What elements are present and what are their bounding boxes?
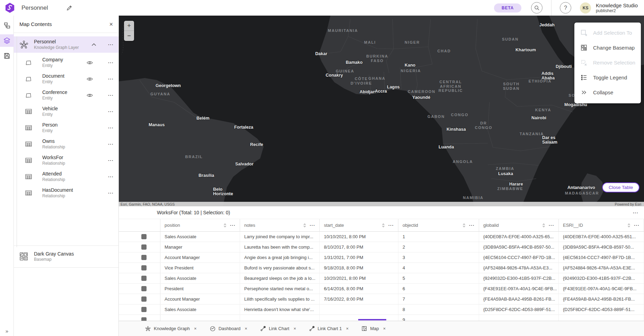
close-tab-icon[interactable]: × xyxy=(293,326,296,331)
row-checkbox[interactable] xyxy=(141,307,147,312)
zoom-in-button[interactable]: + xyxy=(124,21,134,31)
close-table-button[interactable]: Close Table xyxy=(602,182,639,192)
column-menu-icon[interactable]: ··· xyxy=(469,223,475,228)
map-label: MADAGASCAR xyxy=(565,191,599,195)
column-menu-icon[interactable]: ··· xyxy=(549,223,554,228)
table-row[interactable]: Account Manager Angie does a great job b… xyxy=(119,252,644,263)
table-row[interactable]: Manager Lauretta has been with the comp.… xyxy=(119,242,644,252)
help-button[interactable]: ? xyxy=(560,2,571,14)
polygon-entity-icon xyxy=(25,60,34,66)
visibility-eye-icon[interactable] xyxy=(87,93,94,97)
layer-options-icon[interactable]: ··· xyxy=(108,141,114,147)
cell-esri-id xyxy=(559,315,644,321)
layer-item-conference[interactable]: Conference Entity ··· xyxy=(14,87,118,103)
layer-options-icon[interactable]: ··· xyxy=(108,190,114,196)
layer-options-icon[interactable]: ··· xyxy=(108,109,114,114)
table-row[interactable]: Sales Associate Larry joined the company… xyxy=(119,232,644,242)
row-checkbox[interactable] xyxy=(141,276,147,281)
table-row[interactable]: Sales Associate Henrietta doesn't know w… xyxy=(119,304,644,315)
row-checkbox[interactable] xyxy=(141,317,147,321)
row-checkbox[interactable] xyxy=(141,286,147,291)
row-checkbox[interactable] xyxy=(141,234,147,239)
layer-options-icon[interactable]: ··· xyxy=(108,42,114,47)
layers-button[interactable] xyxy=(0,34,14,47)
expand-rail-button[interactable]: » xyxy=(0,328,14,334)
save-button[interactable] xyxy=(0,50,14,62)
row-checkbox[interactable] xyxy=(141,244,147,250)
column-header-globalid[interactable]: globalid ··· xyxy=(479,219,559,231)
column-header-position[interactable]: position ··· xyxy=(160,219,240,231)
zoom-out-button[interactable]: − xyxy=(124,31,134,41)
table-row[interactable]: President Persephone started new metal o… xyxy=(119,284,644,294)
tab-map[interactable]: Map × xyxy=(360,321,387,336)
sort-icon[interactable] xyxy=(223,223,227,227)
menu-item-toggle-legend[interactable]: Toggle Legend xyxy=(574,70,641,85)
layer-item-vehicle[interactable]: Vehicle Entity ··· xyxy=(14,103,118,120)
layer-item-personnel[interactable]: Personnel Knowledge Graph Layer ··· xyxy=(14,36,118,53)
column-menu-icon[interactable]: ··· xyxy=(634,223,639,228)
work-area: GUYANABRAZILMAURITANIAMALINIGERCHADSUDAN… xyxy=(119,16,644,336)
layer-item-person[interactable]: Person Entity ··· xyxy=(14,120,118,136)
search-button[interactable] xyxy=(531,2,542,14)
close-tab-icon[interactable]: × xyxy=(245,326,247,331)
close-tab-icon[interactable]: × xyxy=(383,326,386,331)
close-tab-icon[interactable]: × xyxy=(194,326,197,331)
table-row[interactable]: Vice President Buford is very passionate… xyxy=(119,263,644,273)
layer-options-icon[interactable]: ··· xyxy=(108,93,114,98)
layer-item-attended[interactable]: Attended Relationship ··· xyxy=(14,169,118,185)
table-row[interactable]: Account Manager Lilith specifically sell… xyxy=(119,294,644,304)
chevron-up-icon[interactable] xyxy=(91,43,96,46)
toggle-legend-icon xyxy=(581,74,588,81)
table-row[interactable]: Sales Associate Beauregard sleeps on the… xyxy=(119,273,644,284)
map-canvas[interactable]: GUYANABRAZILMAURITANIAMALINIGERCHADSUDAN… xyxy=(119,16,644,206)
map-label: ANGOLA xyxy=(453,160,473,164)
layer-item-owns[interactable]: Owns Relationship ··· xyxy=(14,136,118,152)
tab-knowledge-graph[interactable]: Knowledge Graph × xyxy=(144,321,198,336)
sort-icon[interactable] xyxy=(542,223,545,227)
sort-icon[interactable] xyxy=(462,223,466,227)
close-tab-icon[interactable]: × xyxy=(346,326,349,331)
visibility-eye-icon[interactable] xyxy=(87,77,94,81)
close-panel-button[interactable]: × xyxy=(109,21,113,27)
column-menu-icon[interactable]: ··· xyxy=(310,223,315,228)
basemap-item[interactable]: Dark Gray Canvas Basemap xyxy=(14,245,118,268)
map-view: GUYANABRAZILMAURITANIAMALINIGERCHADSUDAN… xyxy=(119,16,644,206)
column-header-start_date[interactable]: start_date ··· xyxy=(320,219,398,231)
cell-position: Vice President xyxy=(160,263,240,273)
sort-icon[interactable] xyxy=(303,223,306,227)
column-menu-icon[interactable]: ··· xyxy=(388,223,394,228)
tab-link-chart[interactable]: Link Chart × xyxy=(259,321,298,336)
layer-options-icon[interactable]: ··· xyxy=(108,125,114,130)
table-options-icon[interactable]: ··· xyxy=(633,210,638,215)
layer-options-icon[interactable]: ··· xyxy=(108,76,114,81)
layer-options-icon[interactable]: ··· xyxy=(108,60,114,65)
column-header-objectid[interactable]: objectid ··· xyxy=(398,219,479,231)
sort-icon[interactable] xyxy=(627,223,630,227)
tab-link-chart-1[interactable]: Link Chart 1 × xyxy=(308,321,350,336)
menu-item-collapse[interactable]: Collapse xyxy=(574,85,641,100)
row-checkbox[interactable] xyxy=(141,255,147,260)
layer-item-hasdocument[interactable]: HasDocument Relationship ··· xyxy=(14,185,118,201)
brand-name: Knowledge Studio xyxy=(596,2,638,8)
row-checkbox[interactable] xyxy=(141,265,147,270)
layer-options-icon[interactable]: ··· xyxy=(108,158,114,163)
column-menu-icon[interactable]: ··· xyxy=(230,223,236,228)
user-avatar[interactable]: KS xyxy=(580,2,591,14)
user-name: publisher2 xyxy=(596,8,638,13)
map-label: Luanda xyxy=(439,145,454,149)
layer-item-company[interactable]: Company Entity ··· xyxy=(14,54,118,71)
sort-icon[interactable] xyxy=(382,223,385,227)
map-label: GABON xyxy=(427,114,445,119)
edit-title-button[interactable] xyxy=(66,5,72,11)
data-model-button[interactable] xyxy=(0,19,14,32)
layer-item-document[interactable]: Document Entity ··· xyxy=(14,71,118,87)
column-header-notes[interactable]: notes ··· xyxy=(240,219,320,231)
column-header-esri__id[interactable]: ESRI__ID ··· xyxy=(559,219,644,231)
row-checkbox[interactable] xyxy=(141,296,147,302)
cell-objectid: 4 xyxy=(398,263,479,273)
layer-options-icon[interactable]: ··· xyxy=(108,174,114,179)
menu-item-change-basemap[interactable]: Change Basemap xyxy=(574,40,641,55)
visibility-eye-icon[interactable] xyxy=(87,61,94,65)
tab-dashboard[interactable]: Dashboard × xyxy=(209,321,249,336)
layer-item-worksfor[interactable]: WorksFor Relationship ··· xyxy=(14,152,118,169)
